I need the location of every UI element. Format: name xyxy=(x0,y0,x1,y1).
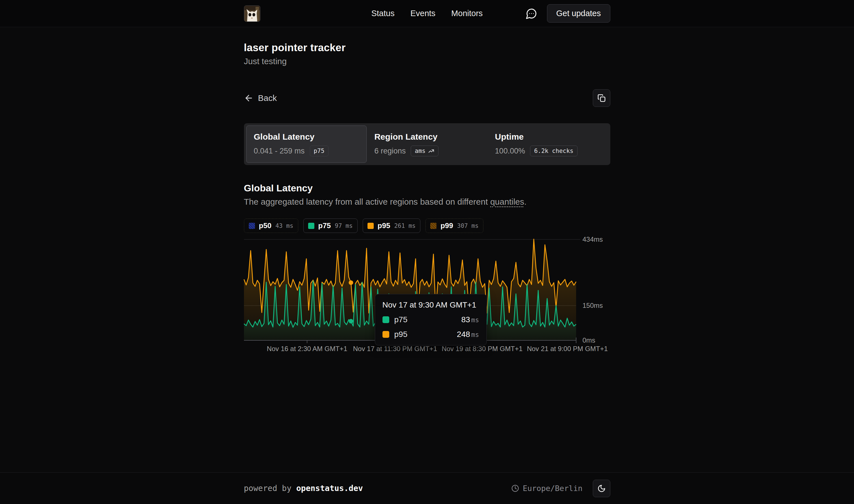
tooltip-series-label: p75 xyxy=(394,315,407,324)
clock-icon xyxy=(511,485,519,492)
tooltip-value-number: 83 xyxy=(461,315,470,324)
tooltip-value-unit: ms xyxy=(471,316,479,324)
tab-value: 0.041 - 259 ms xyxy=(254,147,305,156)
x-tick-label: Nov 21 at 9:00 PM GMT+1 xyxy=(527,345,607,353)
theme-toggle-button[interactable] xyxy=(593,480,610,497)
chart-tooltip: Nov 17 at 9:30 AM GMT+1 p75 83ms p95 248… xyxy=(375,294,487,345)
tooltip-series-label: p95 xyxy=(394,330,407,339)
arrow-left-icon xyxy=(244,93,254,103)
quantiles-link[interactable]: quantiles xyxy=(490,197,524,206)
p95-active-dot xyxy=(348,281,353,285)
section-description: The aggregated latency from all active r… xyxy=(244,197,610,206)
legend-value: 261 ms xyxy=(394,222,416,229)
tab-uptime[interactable]: Uptime 100.00% 6.2k checks xyxy=(487,126,608,163)
page-title: laser pointer tracker xyxy=(244,42,610,54)
legend-value: 97 ms xyxy=(335,222,352,229)
copy-icon xyxy=(597,93,606,103)
legend-label: p95 xyxy=(378,221,390,230)
tooltip-value-number: 248 xyxy=(457,330,470,339)
quantile-badge[interactable]: p75 xyxy=(310,146,328,156)
legend-value: 43 ms xyxy=(275,222,293,229)
legend-value: 307 ms xyxy=(457,222,478,229)
p95-swatch xyxy=(382,331,389,338)
x-tick-label: Nov 17 at 11:30 PM GMT+1 xyxy=(353,345,437,353)
tooltip-timestamp: Nov 17 at 9:30 AM GMT+1 xyxy=(382,301,479,309)
legend-toggle-p99[interactable]: p99 307 ms xyxy=(425,218,484,233)
legend-toggle-p75[interactable]: p75 97 ms xyxy=(303,218,358,233)
chat-bubble-icon xyxy=(526,7,538,19)
moon-icon xyxy=(597,484,606,493)
y-tick-434: 434ms xyxy=(583,235,603,244)
tooltip-value-unit: ms xyxy=(471,331,479,338)
nav-link-monitors[interactable]: Monitors xyxy=(451,9,483,18)
nav-link-status[interactable]: Status xyxy=(371,9,394,18)
tab-value: 6 regions xyxy=(374,147,406,156)
copy-link-button[interactable] xyxy=(593,89,610,107)
tooltip-value: 83ms xyxy=(461,315,479,324)
legend-label: p99 xyxy=(440,221,453,230)
legend-toggle-p50[interactable]: p50 43 ms xyxy=(244,218,298,233)
region-badge-label: ams xyxy=(415,147,425,155)
powered-by-text: powered by xyxy=(244,484,296,493)
back-label: Back xyxy=(258,93,277,103)
legend-label: p75 xyxy=(318,221,331,230)
main-content: laser pointer tracker Just testing Back … xyxy=(0,27,854,472)
tab-title: Uptime xyxy=(495,132,600,142)
powered-by: powered by openstatus.dev xyxy=(244,484,363,493)
back-button[interactable]: Back xyxy=(244,93,277,103)
nav-link-events[interactable]: Events xyxy=(411,9,436,18)
tooltip-row-p95: p95 248ms xyxy=(382,330,479,339)
x-tick-label: Nov 16 at 2:30 AM GMT+1 xyxy=(267,345,347,353)
page-footer: powered by openstatus.dev Europe/Berlin xyxy=(0,472,854,504)
region-badge[interactable]: ams xyxy=(411,146,438,156)
legend-label: p50 xyxy=(259,221,272,230)
page-subtitle: Just testing xyxy=(244,56,610,66)
metric-tabs: Global Latency 0.041 - 259 ms p75 Region… xyxy=(244,123,610,165)
description-period: . xyxy=(524,197,526,206)
y-tick-0: 0ms xyxy=(583,336,595,344)
tab-title: Global Latency xyxy=(254,132,359,142)
top-nav: Status Events Monitors Get updates xyxy=(0,0,854,27)
tooltip-row-p75: p75 83ms xyxy=(382,315,479,324)
description-text: The aggregated latency from all active r… xyxy=(244,197,490,206)
get-updates-button[interactable]: Get updates xyxy=(547,4,610,23)
y-tick-150: 150ms xyxy=(583,302,603,309)
p75-active-dot xyxy=(348,319,353,324)
p99-swatch xyxy=(430,223,436,229)
logo-image[interactable] xyxy=(244,5,260,22)
cat-logo-icon xyxy=(244,6,260,21)
legend-toggle-p95[interactable]: p95 261 ms xyxy=(363,218,421,233)
tab-title: Region Latency xyxy=(374,132,480,142)
chart-legend: p50 43 ms p75 97 ms p95 261 ms p99 307 m… xyxy=(244,218,610,233)
p75-swatch xyxy=(382,316,389,323)
section-title: Global Latency xyxy=(244,183,610,194)
p50-swatch xyxy=(249,223,255,229)
tab-global-latency[interactable]: Global Latency 0.041 - 259 ms p75 xyxy=(246,126,367,163)
trending-up-icon xyxy=(428,148,435,154)
timezone-display: Europe/Berlin xyxy=(511,484,582,493)
p95-swatch xyxy=(367,223,374,229)
p75-swatch xyxy=(308,223,314,229)
timezone-label: Europe/Berlin xyxy=(523,484,582,493)
feedback-button[interactable] xyxy=(526,7,538,19)
tooltip-value: 248ms xyxy=(457,330,479,339)
nav-links: Status Events Monitors xyxy=(371,9,483,18)
tab-value: 100.00% xyxy=(495,147,525,156)
latency-chart[interactable]: Nov 16 at 2:30 AM GMT+1 Nov 17 at 11:30 … xyxy=(244,239,610,358)
openstatus-link[interactable]: openstatus.dev xyxy=(296,484,363,493)
x-tick-label: Nov 19 at 8:30 PM GMT+1 xyxy=(441,345,522,353)
tab-region-latency[interactable]: Region Latency 6 regions ams xyxy=(367,126,487,163)
checks-badge: 6.2k checks xyxy=(530,146,577,156)
